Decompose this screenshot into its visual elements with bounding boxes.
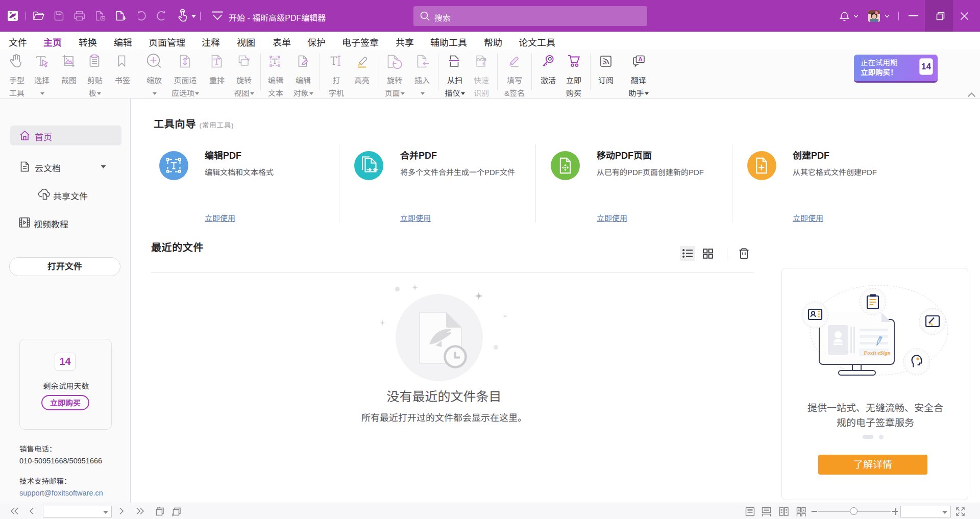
svg-text:Foxit eSign: Foxit eSign (863, 350, 891, 356)
svg-text:A: A (639, 56, 643, 62)
svg-text:OCR: OCR (477, 57, 487, 62)
